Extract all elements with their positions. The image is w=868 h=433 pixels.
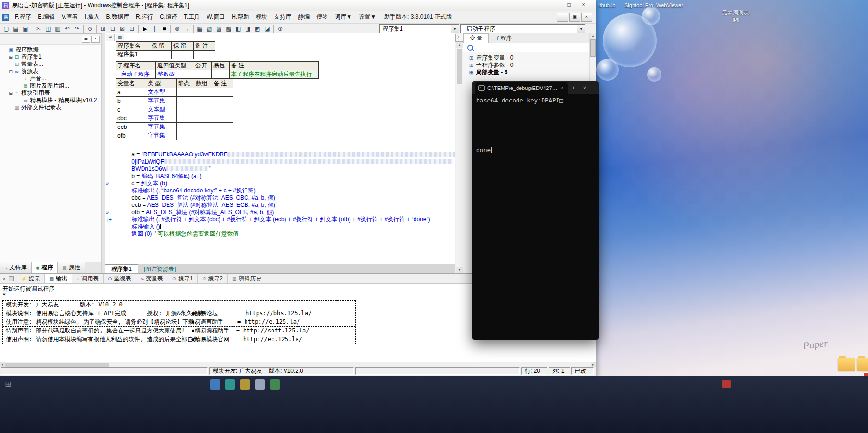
left-dock-tab[interactable]: ◆ 程序 [32,262,58,273]
taskbar-app-icon[interactable] [255,379,265,390]
variables-tree-item[interactable]: ⊞ 局部变量 - 6 [463,69,596,76]
output-panel-tab[interactable]: ▥ 剪辑历史 [228,274,266,283]
output-panel-tab[interactable]: ⊙ 搜寻1 [168,274,198,283]
variable-cell[interactable] [212,105,233,114]
variable-type-cell[interactable]: 文本型 [146,88,177,97]
taskbar-app-icon[interactable] [225,379,235,390]
variable-row[interactable]: ecb 字节集 [116,123,233,131]
variable-name-cell[interactable]: c [116,105,146,114]
variable-row[interactable]: ofb 字节集 [116,131,233,140]
variable-name-cell[interactable]: ofb [116,131,146,140]
variables-panel-tab[interactable]: 子程序 [489,33,518,43]
taskbar-app-icon[interactable] [722,380,731,388]
code-line[interactable]: ofb = AES_DES_算法 (#对称算法_AES_OFB, #a, b, … [105,202,455,209]
toolbar-icon[interactable]: ⊡ [127,25,137,33]
output-panel-tab[interactable]: ⊙ 搜寻2 [198,274,228,283]
menu-item[interactable]: 设置▼ [355,13,379,21]
chevron-down-icon[interactable]: ▼ [451,25,459,34]
taskbar-app-icon[interactable] [270,379,280,390]
desktop-icon-label[interactable]: WebViewer [656,2,683,8]
variable-cell[interactable] [194,105,212,114]
editor-tab[interactable]: 程序集1 [105,264,138,274]
subroutine-type-cell[interactable]: 整数型 [156,70,194,79]
toolbar-icon[interactable]: ▩ [224,25,233,33]
desktop-icon-label[interactable]: 元素周期表. jpg [717,10,755,22]
output-panel-tab[interactable]: ∷ 调用表 [72,274,104,283]
gutter-marker-icon[interactable]: » [106,180,109,187]
toolbar-icon[interactable]: ↶ [63,25,72,33]
menu-item[interactable]: V.查看 [58,13,81,21]
close-icon[interactable]: × [1,276,8,281]
toolbar-icon[interactable] [170,25,171,33]
variable-cell[interactable] [177,105,194,114]
mdi-restore-button[interactable]: ▣ [569,13,580,22]
variable-cell[interactable] [177,97,194,105]
scroll-up-icon[interactable]: ▲ [456,42,463,48]
subroutine-name-cell[interactable]: _启动子程序 [116,70,156,79]
tree-item[interactable]: ⊟ ≡ 模块引用表 [0,89,101,97]
variable-name-cell[interactable]: cbc [116,114,146,123]
variable-type-cell[interactable]: 字节集 [146,123,177,131]
variable-cell[interactable] [212,97,233,105]
scroll-up-icon[interactable]: ▲ [590,33,596,39]
start-button-icon[interactable]: ⊞ [5,380,11,389]
scroll-down-icon[interactable]: ▼ [456,267,463,273]
variable-cell[interactable] [194,131,212,140]
menu-item[interactable]: E.编辑 [34,13,58,21]
toolbar-icon[interactable]: → [182,25,192,33]
close-button[interactable]: × [576,1,591,10]
menu-item[interactable]: R.运行 [132,13,156,21]
menu-item[interactable]: F.程序 [12,13,34,21]
variable-name-cell[interactable]: b [116,97,146,105]
tree-item[interactable]: ⊞ 常量表... [0,61,101,68]
toolbar-icon[interactable]: ■ [159,25,169,33]
maximize-button[interactable]: □ [562,1,576,10]
tree-item[interactable]: ⊟ ∞ 资源表 [0,68,101,75]
toolbar-icon[interactable]: ▶ [140,25,150,33]
taskbar-app-icon[interactable] [240,379,250,390]
tree-item[interactable]: ♪ 声音... [0,75,101,82]
toolbar-icon[interactable] [32,25,32,33]
assembly-cell[interactable] [172,51,194,59]
toolbar-icon[interactable]: ▧ [205,25,214,33]
chevron-down-icon[interactable]: ∨ [583,85,587,90]
tree-item[interactable]: ▦ 图片及图片组... [0,82,101,89]
new-tab-icon[interactable]: + [572,84,576,91]
subroutine-cell[interactable] [212,70,230,79]
toolbar-icon[interactable]: ✂ [34,25,43,33]
menu-item[interactable]: 词库▼ [331,13,355,21]
code-line[interactable]: cbc = AES_DES_算法 (#对称算法_AES_CBC, #a, b, … [105,187,455,194]
subroutine-cell[interactable] [194,70,212,79]
menu-item[interactable]: 便签 [313,13,331,21]
chevron-down-icon[interactable]: ▼ [577,25,585,34]
toolbar-icon[interactable]: ⊞ [98,25,108,33]
output-panel-tab[interactable]: ⚡ 提示 [16,274,45,283]
close-icon[interactable]: × [560,85,565,90]
toolbar-icon[interactable]: ◩ [253,25,262,33]
subroutine-combobox[interactable]: _启动子程序 ▼ [460,24,585,34]
code-line[interactable]: ecb = AES_DES_算法 (#对称算法_AES_ECB, #a, b, … [105,194,455,202]
variable-type-cell[interactable]: 文本型 [146,105,177,114]
tree-expander-icon[interactable]: ⊟ [8,69,13,74]
tree-item[interactable]: ▣ 程序数据 [0,46,101,53]
toolbar-icon[interactable]: ◧ [233,25,243,33]
search-icon[interactable] [467,45,473,51]
editor-vertical-scrollbar[interactable]: ▲ ▼ [456,42,463,273]
menu-item[interactable]: 支持库 [271,13,295,21]
terminal-body[interactable]: base64 decode key:DPAPI□ done [472,94,599,156]
variable-name-cell[interactable]: ecb [116,123,146,131]
variable-row[interactable]: c 文本型 [116,105,233,114]
variable-cell[interactable] [194,88,212,97]
code-line[interactable]: »标准输出 (, #换行符 + 到文本 (cbc) + #换行符 + 到文本 (… [105,209,455,216]
variable-type-cell[interactable]: 字节集 [146,114,177,123]
assembly-table-row[interactable]: 程序集1 [116,51,215,59]
variable-cell[interactable] [177,88,194,97]
variable-cell[interactable] [177,123,194,131]
assembly-cell[interactable] [194,51,215,59]
toolbar-icon[interactable] [96,25,97,33]
toolbar-icon[interactable]: ▢ [1,25,11,33]
editor-tab[interactable]: [图片资源表] [138,265,182,274]
mdi-minimize-button[interactable]: ─ [557,13,568,22]
variables-tree-item[interactable]: ⊞ 程序集变量 - 0 [463,54,596,62]
code-line[interactable]: 0jIPaLWriQF [105,151,455,158]
